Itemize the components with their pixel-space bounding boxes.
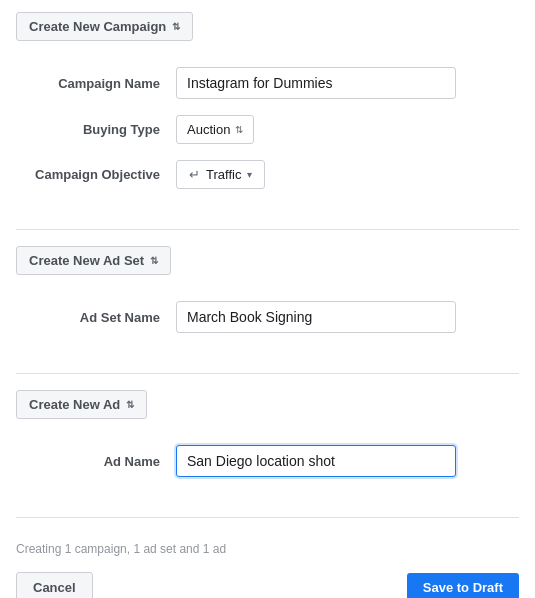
create-new-campaign-button[interactable]: Create New Campaign ⇅ — [16, 12, 193, 41]
campaign-button-arrow: ⇅ — [172, 21, 180, 32]
ad-name-label: Ad Name — [16, 454, 176, 469]
campaign-name-row: Campaign Name — [16, 67, 519, 99]
buying-type-value: Auction — [187, 122, 230, 137]
campaign-form: Campaign Name Buying Type Auction ⇅ Camp… — [16, 59, 519, 225]
campaign-section-header: Create New Campaign ⇅ — [16, 12, 519, 41]
cursor-icon: ↵ — [189, 167, 200, 182]
ad-form: Ad Name — [16, 437, 519, 513]
ad-section-header: Create New Ad ⇅ — [16, 390, 519, 419]
buying-type-select[interactable]: Auction ⇅ — [176, 115, 254, 144]
ad-set-name-label: Ad Set Name — [16, 310, 176, 325]
campaign-name-input[interactable] — [176, 67, 456, 99]
divider-1 — [16, 229, 519, 230]
ad-set-form: Ad Set Name — [16, 293, 519, 369]
create-new-ad-set-label: Create New Ad Set — [29, 253, 144, 268]
create-new-ad-set-button[interactable]: Create New Ad Set ⇅ — [16, 246, 171, 275]
campaign-objective-label: Campaign Objective — [16, 167, 176, 182]
campaign-name-label: Campaign Name — [16, 76, 176, 91]
buying-type-arrows: ⇅ — [235, 125, 243, 135]
ad-set-name-row: Ad Set Name — [16, 301, 519, 333]
campaign-objective-value: Traffic — [206, 167, 241, 182]
buying-type-label: Buying Type — [16, 122, 176, 137]
ad-set-button-arrow: ⇅ — [150, 255, 158, 266]
campaign-objective-row: Campaign Objective ↵ Traffic ▾ — [16, 160, 519, 189]
ad-button-arrow: ⇅ — [126, 399, 134, 410]
create-new-campaign-label: Create New Campaign — [29, 19, 166, 34]
buying-type-row: Buying Type Auction ⇅ — [16, 115, 519, 144]
divider-2 — [16, 373, 519, 374]
objective-chevron: ▾ — [247, 169, 252, 180]
ad-set-name-input[interactable] — [176, 301, 456, 333]
page-wrapper: Create New Campaign ⇅ Campaign Name Buyi… — [0, 0, 535, 598]
cancel-button[interactable]: Cancel — [16, 572, 93, 598]
divider-3 — [16, 517, 519, 518]
ad-set-section-header: Create New Ad Set ⇅ — [16, 246, 519, 275]
ad-name-input[interactable] — [176, 445, 456, 477]
create-new-ad-button[interactable]: Create New Ad ⇅ — [16, 390, 147, 419]
save-to-draft-button[interactable]: Save to Draft — [407, 573, 519, 598]
campaign-objective-select[interactable]: ↵ Traffic ▾ — [176, 160, 265, 189]
ad-name-row: Ad Name — [16, 445, 519, 477]
footer-summary: Creating 1 campaign, 1 ad set and 1 ad — [16, 534, 519, 568]
footer-actions: Cancel Save to Draft — [16, 568, 519, 598]
create-new-ad-label: Create New Ad — [29, 397, 120, 412]
